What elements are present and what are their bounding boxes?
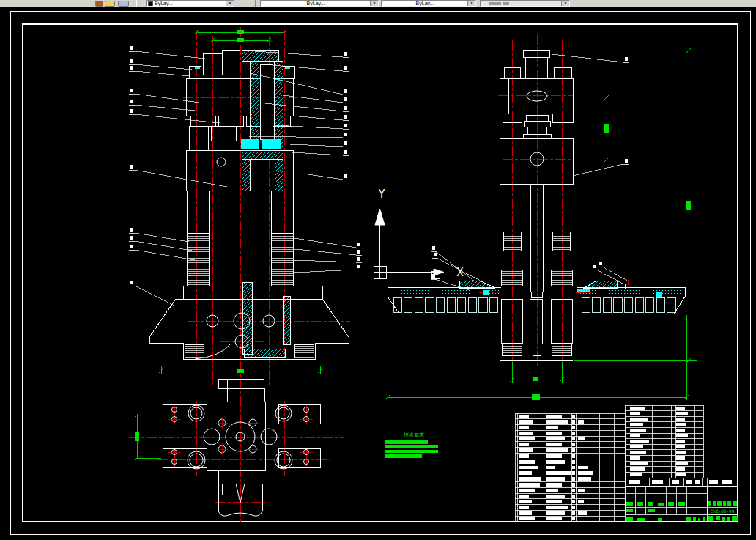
chevron-down-icon[interactable]: ▼: [370, 1, 378, 6]
linetype-combo-label: ByLay...: [261, 1, 371, 6]
tool-icon-red[interactable]: [95, 1, 103, 7]
tool-icon-yellow[interactable]: [105, 1, 115, 7]
chevron-down-icon[interactable]: ▼: [467, 1, 475, 6]
plotstyle-combo-disabled: ▼: [480, 0, 570, 7]
tool-icon-blue[interactable]: [118, 1, 129, 7]
toolbar-separator: [255, 0, 256, 7]
linetype-combo[interactable]: ByLay... ▼: [260, 0, 379, 7]
disabled-text-block: [503, 2, 509, 5]
toolbar-separator: [136, 0, 136, 7]
cad-drawing-canvas[interactable]: Y X 技术要求 CXZ-00-00: [0, 0, 756, 540]
notes-heading: 技术要求: [403, 432, 424, 438]
color-combo[interactable]: ByLay... ▼: [146, 0, 234, 7]
color-swatch: [148, 1, 153, 7]
cyan-fill-pad: [241, 139, 259, 149]
chevron-down-icon: ▼: [561, 1, 569, 6]
lineweight-combo[interactable]: ByLay... ▼: [381, 0, 476, 7]
drawing-number: CXZ-00-00: [711, 508, 735, 514]
model-space-background: [0, 7, 756, 540]
properties-toolbar: ByLay... ▼ ByLay... ▼ ByLay... ▼ ▼: [0, 0, 756, 7]
color-combo-label: ByLay...: [155, 1, 173, 6]
ucs-x-label: X: [456, 266, 463, 279]
ucs-y-label: Y: [378, 188, 385, 201]
section-hatch-base-channel: [242, 282, 252, 354]
thread-section: [271, 233, 293, 286]
chevron-down-icon[interactable]: ▼: [226, 1, 234, 6]
disabled-text-block: [489, 2, 501, 5]
lineweight-combo-label: ByLay...: [382, 1, 468, 6]
